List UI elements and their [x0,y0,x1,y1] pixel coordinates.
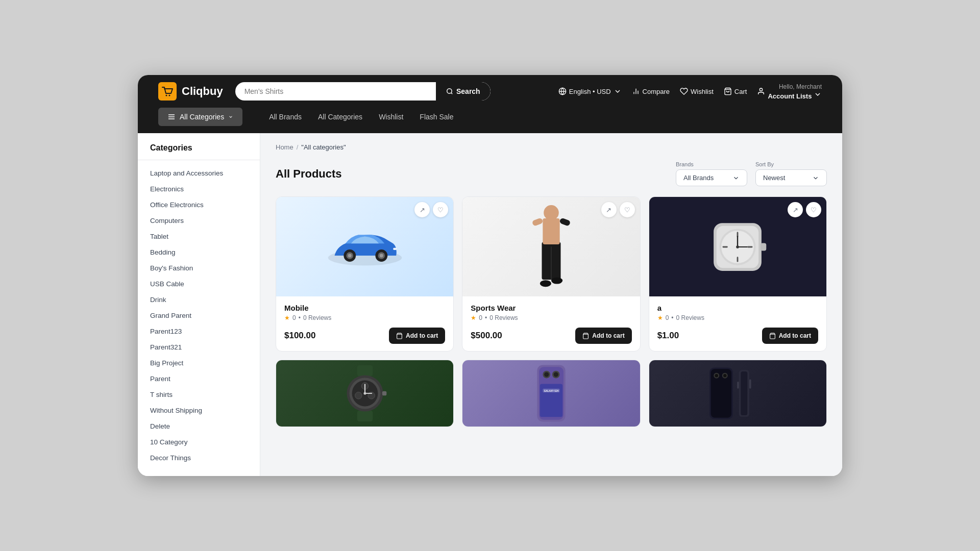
add-to-cart-sports[interactable]: Add to cart [575,328,631,344]
wishlist-button-sports[interactable]: ♡ [620,202,635,217]
svg-point-16 [380,254,383,257]
nav-chevron-icon [228,114,233,119]
sidebar-item-usb-cable[interactable]: USB Cable [138,276,260,292]
search-input[interactable] [235,82,436,101]
watch2-illustration [334,365,396,421]
wishlist-button-watch[interactable]: ♡ [806,202,821,217]
product-info-mobile: Mobile ★ 0 • 0 Reviews $100.00 Add to ca… [276,296,453,351]
menu-icon [167,113,176,121]
cart-icon-mobile [396,333,403,339]
brands-filter-group: Brands All Brands [676,161,747,186]
star-watch: ★ [657,314,663,321]
sidebar-item-electronics[interactable]: Electronics [138,181,260,197]
sidebar: Categories Laptop and Accessories Electr… [138,133,260,476]
cart-button[interactable]: Cart [724,87,747,95]
logo-area: Cliqbuy [158,82,223,101]
sidebar-item-parent123[interactable]: Parent123 [138,323,260,339]
user-icon [757,87,765,95]
compare-button[interactable]: Compare [632,87,670,95]
breadcrumb-home[interactable]: Home [276,143,293,151]
svg-point-6 [760,88,763,91]
product-actions-watch: ↗ ♡ [788,202,821,217]
watch-illustration [699,209,776,285]
sidebar-item-boys-fashion[interactable]: Boy's Fashion [138,260,260,276]
product-card-watch: ↗ ♡ a ★ 0 • 0 Reviews $1.00 [649,196,827,352]
product-card-watch2 [276,360,454,427]
breadcrumb-current: "All categories" [301,143,346,151]
sidebar-item-tablet[interactable]: Tablet [138,229,260,244]
search-bar: Search [235,82,491,101]
all-categories-button[interactable]: All Categories [158,108,242,126]
sidebar-item-parent321[interactable]: Parent321 [138,339,260,355]
svg-rect-17 [393,247,397,249]
svg-point-21 [544,205,559,220]
sidebar-item-bedding[interactable]: Bedding [138,244,260,260]
share-button-mobile[interactable]: ↗ [414,202,430,217]
cart-icon-sports [582,333,589,339]
svg-rect-39 [761,243,766,251]
browser-window: Cliqbuy Search English • USD Compare [138,75,842,476]
sort-select[interactable]: Newest [755,169,827,186]
sort-chevron-icon [812,174,819,182]
nav-all-categories[interactable]: All Categories [318,113,362,121]
sort-label: Sort By [755,161,827,167]
nav-all-brands[interactable]: All Brands [269,113,302,121]
sidebar-item-drink[interactable]: Drink [138,292,260,308]
brands-select[interactable]: All Brands [676,169,747,186]
add-to-cart-watch[interactable]: Add to cart [762,328,818,344]
product-name-watch: a [657,304,818,312]
sidebar-item-computers[interactable]: Computers [138,213,260,229]
logo-icon [158,82,177,101]
svg-point-58 [554,372,558,377]
breadcrumb-separator: / [297,143,299,151]
svg-point-1 [166,95,167,96]
nav-bar: All Categories All Brands All Categories… [138,108,842,133]
sidebar-item-10-category[interactable]: 10 Category [138,434,260,450]
sidebar-item-delete[interactable]: Delete [138,418,260,434]
language-selector[interactable]: English • USD [558,87,622,95]
product-reviews-sports: ★ 0 • 0 Reviews [471,314,631,321]
sidebar-item-parent[interactable]: Parent [138,371,260,387]
wishlist-button-mobile[interactable]: ♡ [433,202,448,217]
chevron-down-icon [614,87,622,95]
product-image-sports: ↗ ♡ [462,197,640,296]
sidebar-item-office[interactable]: Office Electronics [138,197,260,213]
share-button-watch[interactable]: ↗ [788,202,803,217]
svg-point-13 [348,254,352,257]
svg-point-65 [715,374,718,377]
product-info-watch: a ★ 0 • 0 Reviews $1.00 Add to cart [649,296,826,351]
svg-point-47 [355,392,362,399]
account-button[interactable]: Hello, Merchant Account Lists [757,83,822,100]
nav-wishlist[interactable]: Wishlist [379,113,403,121]
product-price-watch: $1.00 [657,331,679,341]
account-info: Hello, Merchant Account Lists [768,83,822,100]
brands-label: Brands [676,161,747,167]
product-image-watch2 [276,360,453,427]
phone-purple-illustration: GALAXY S24 [531,363,572,424]
product-image-watch: ↗ ♡ [649,197,826,296]
product-card-sports: ↗ ♡ Sports Wear ★ 0 • 0 Reviews [462,196,640,352]
product-footer-mobile: $100.00 Add to cart [284,328,445,344]
search-button[interactable]: Search [436,82,491,101]
sidebar-title: Categories [138,143,260,160]
product-reviews-watch: ★ 0 • 0 Reviews [657,314,818,321]
sidebar-item-big-project[interactable]: Big Project [138,355,260,371]
nav-flash-sale[interactable]: Flash Sale [420,113,453,121]
sidebar-item-laptop[interactable]: Laptop and Accessories [138,165,260,181]
svg-rect-0 [158,82,177,101]
cart-icon-watch [769,333,776,339]
wishlist-button[interactable]: Wishlist [680,87,714,95]
sports-illustration [521,199,582,294]
products-grid: ↗ ♡ Mobile ★ 0 • 0 Reviews $10 [276,196,827,427]
share-button-sports[interactable]: ↗ [601,202,617,217]
filter-area: Brands All Brands Sort By Newest [676,161,827,186]
svg-rect-71 [737,382,739,389]
products-title: All Products [276,167,342,181]
add-to-cart-mobile[interactable]: Add to cart [389,328,445,344]
sidebar-item-without-shipping[interactable]: Without Shipping [138,403,260,418]
sidebar-item-grand-parent[interactable]: Grand Parent [138,308,260,323]
sidebar-item-decor[interactable]: Decor Things [138,450,260,466]
sidebar-item-tshirts[interactable]: T shirts [138,387,260,403]
main-content: Categories Laptop and Accessories Electr… [138,133,842,476]
svg-rect-23 [559,217,571,226]
